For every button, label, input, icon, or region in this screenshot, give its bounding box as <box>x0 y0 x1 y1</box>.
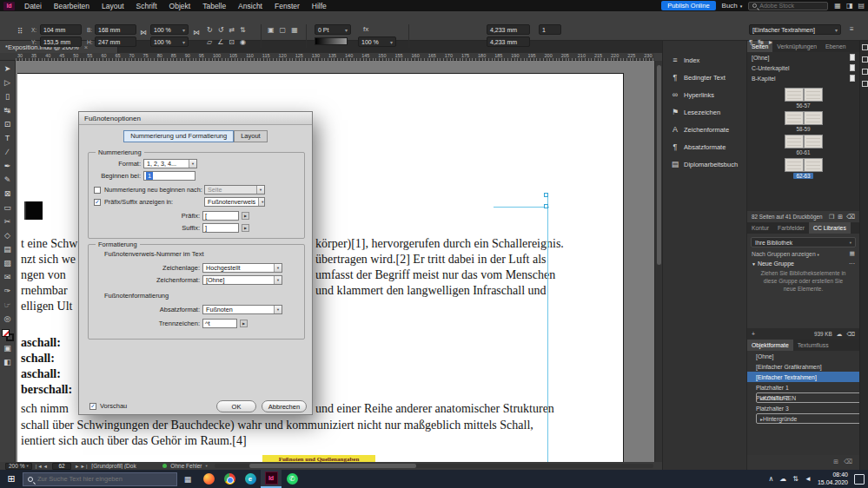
edit-spread-icon[interactable]: ❐ <box>829 214 834 221</box>
delete-style-icon[interactable]: ⌫ <box>844 458 852 465</box>
tab-verknuepfungen[interactable]: Verknüpfungen <box>772 41 821 52</box>
add-item-icon[interactable]: + <box>752 331 755 337</box>
opacity-field[interactable]: 100 %▾ <box>358 36 396 47</box>
rotate-90-ccw-icon[interactable]: ↺ <box>218 26 224 34</box>
book-menu[interactable]: Buch▾ <box>722 2 743 10</box>
tray-chevron-icon[interactable]: ∧ <box>768 475 773 483</box>
x-field[interactable]: 104 mm <box>40 24 82 35</box>
eyedropper-tool[interactable]: ✑ <box>1 284 15 298</box>
tab-ebenen[interactable]: Ebenen <box>821 41 850 52</box>
type-tool[interactable]: T <box>1 131 15 145</box>
gutter-field[interactable]: 4,233 mm <box>487 36 530 47</box>
new-style-icon[interactable]: ⊞ <box>833 458 838 465</box>
tab-cc-libraries[interactable]: CC Libraries <box>809 222 851 234</box>
paragraph-icon[interactable]: ¶ <box>749 38 752 46</box>
free-transform-tool[interactable]: ◇ <box>1 228 15 242</box>
text-frame-edge-guide[interactable] <box>547 195 548 462</box>
collapsed-panel-icon[interactable] <box>862 56 868 63</box>
reference-point-proxy-icon[interactable]: ⠿ <box>17 27 23 36</box>
vertical-scrollbar[interactable] <box>654 61 662 462</box>
library-dropdown[interactable]: Ihre Bibliothek ▾ <box>751 237 856 247</box>
apply-color-button[interactable]: ▣ <box>1 341 15 355</box>
edge-icon[interactable]: e <box>240 470 261 488</box>
taskbar-search-box[interactable] <box>23 472 177 486</box>
restart-numbering-checkbox[interactable] <box>94 187 101 194</box>
adobe-stock-search[interactable] <box>748 2 828 10</box>
separator-menu-arrow-icon[interactable]: ▶ <box>240 320 248 327</box>
wrap-around-icon[interactable]: ▢ <box>280 26 287 34</box>
master-page-row[interactable]: [Ohne] <box>747 52 859 63</box>
ok-button[interactable]: OK <box>216 400 256 412</box>
nav-arrow-icon[interactable]: ►| <box>80 464 88 469</box>
hand-tool[interactable]: ☞ <box>1 298 15 312</box>
show-prefix-suffix-checkbox[interactable]: ✓ <box>94 199 101 206</box>
start-button[interactable]: ⊞ <box>0 473 23 485</box>
gradient-feather-tool[interactable]: ▨ <box>1 256 15 270</box>
object-style-dropdown[interactable]: [Einfacher Textrahmen]▾ <box>749 24 841 35</box>
tab-layout[interactable]: Layout <box>234 130 268 142</box>
frame-options-icon[interactable]: ▦ <box>291 26 298 34</box>
nav-arrow-icon[interactable]: ◄ <box>43 464 49 469</box>
menu-item[interactable]: Datei <box>18 2 48 10</box>
publish-online-button[interactable]: Publish Online <box>661 1 715 10</box>
tab-nummerierung-und-formatierung[interactable]: Nummerierung und Formatierung <box>123 130 234 142</box>
taskbar-clock[interactable]: 08:40 15.04.2020 <box>818 472 848 487</box>
note-tool[interactable]: ✉ <box>1 270 15 284</box>
indesign-taskbar-icon[interactable]: Id <box>261 470 282 488</box>
separator-field[interactable]: ^t <box>202 319 237 328</box>
collapsed-panel-icon[interactable] <box>862 81 868 87</box>
more-options-icon[interactable]: ▸ <box>769 38 772 46</box>
page-spread[interactable]: 60-61 <box>785 135 823 155</box>
vertical-scrollbar-thumb[interactable] <box>657 65 661 265</box>
restart-after-dropdown[interactable]: Seite▼ <box>204 185 265 195</box>
menu-item[interactable]: Hilfe <box>306 2 333 10</box>
fill-swatch[interactable] <box>2 329 10 337</box>
workspace-switcher-icon[interactable]: ▤ <box>858 2 865 10</box>
character-style-dropdown[interactable]: [Ohne]▼ <box>202 275 282 285</box>
volume-icon[interactable]: ◄ <box>805 475 812 483</box>
horizontal-scrollbar-thumb[interactable] <box>249 464 416 468</box>
group-header[interactable]: ▼ Neue Gruppe <box>752 260 794 267</box>
cancel-button[interactable]: Abbrechen <box>262 400 307 412</box>
rectangle-tool[interactable]: ▭ <box>1 201 15 214</box>
object-style-row[interactable]: [Einfacher Textrahmen] <box>747 372 859 382</box>
y-field[interactable]: 153,5 mm <box>40 36 82 47</box>
whatsapp-icon[interactable]: ✆ <box>282 470 302 488</box>
selection-tool[interactable]: ➤ <box>1 62 15 76</box>
panel-hyperlinks[interactable]: ∞ Hyperlinks <box>663 86 746 103</box>
screen-mode-icon[interactable]: ◨ <box>846 2 853 10</box>
menu-item[interactable]: Fenster <box>268 2 306 10</box>
delete-icon[interactable]: ⌫ <box>846 331 855 338</box>
tab-kontur[interactable]: Kontur <box>747 222 773 234</box>
page-spread[interactable]: 62-63 <box>785 158 823 179</box>
rotation-angle-icon[interactable]: ∠ <box>217 38 223 46</box>
collapsed-panel-icon[interactable] <box>862 44 868 50</box>
rectangle-frame-tool[interactable]: ⊠ <box>1 187 15 201</box>
task-view-button[interactable]: ▦ <box>177 470 198 488</box>
tab-textumfluss[interactable]: Textumfluss <box>793 340 833 351</box>
panel-bedingter-text[interactable]: ¶ Bedingter Text <box>663 69 746 86</box>
height-field[interactable]: 247 mm <box>95 36 136 47</box>
tab-objektformate[interactable]: Objektformate <box>747 340 793 351</box>
effects-icon[interactable]: fx <box>363 25 368 34</box>
object-style-row[interactable]: [Ohne] <box>747 351 859 361</box>
pencil-tool[interactable]: ✎ <box>1 173 15 187</box>
panel-absatzformate[interactable]: ¶ Absatzformate <box>663 138 746 155</box>
onedrive-icon[interactable]: ☁ <box>779 475 786 483</box>
stock-search-input[interactable] <box>759 3 820 9</box>
gradient-tool[interactable]: ▤ <box>1 242 15 256</box>
panel-lesezeichen[interactable]: ⚑ Lesezeichen <box>663 103 746 121</box>
prefix-field[interactable]: [ <box>202 211 239 221</box>
start-at-field[interactable]: 1 <box>143 171 195 181</box>
zoom-level-dropdown[interactable]: 200 %▾ <box>5 463 32 470</box>
chrome-icon[interactable] <box>219 470 240 488</box>
paragraph-style-dropdown[interactable]: Fußnoten▼ <box>202 305 282 314</box>
frame-handle[interactable] <box>544 204 548 208</box>
constrain-dimensions-icon[interactable]: ⋈ <box>140 29 147 37</box>
grid-view-icon[interactable]: ▦ <box>850 250 855 257</box>
view-by-group-dropdown[interactable]: Nach Gruppen anzeigen ▾ <box>752 251 819 257</box>
arrange-documents-icon[interactable]: ▦ <box>834 2 841 10</box>
zoom-tool[interactable]: ◎ <box>1 312 15 326</box>
tab-farbfelder[interactable]: Farbfelder <box>773 222 809 234</box>
select-content-icon[interactable]: ◉ <box>240 38 246 46</box>
